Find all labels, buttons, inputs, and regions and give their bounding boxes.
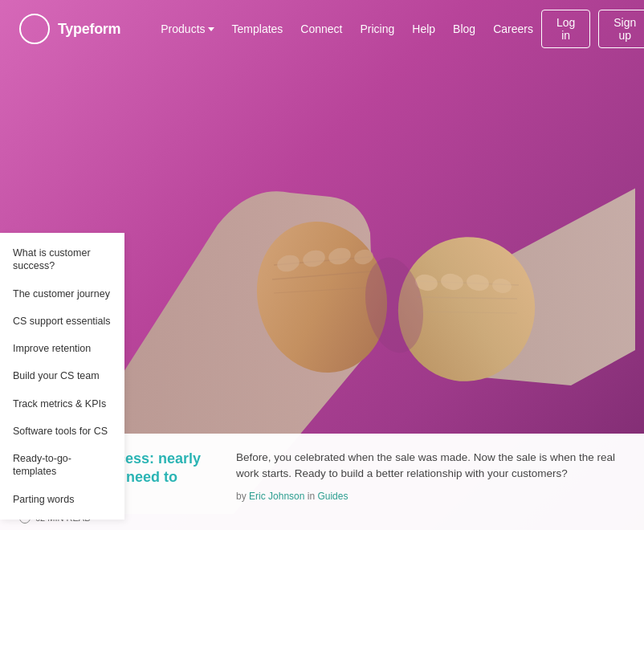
nav-products[interactable]: Products (153, 18, 222, 40)
nav-help[interactable]: Help (404, 18, 443, 40)
nav-templates[interactable]: Templates (224, 18, 291, 40)
toc-item[interactable]: Software tools for CS (0, 418, 124, 445)
nav-blog[interactable]: Blog (445, 18, 483, 40)
author-link[interactable]: Eric Johnson (249, 491, 304, 502)
hero-section: What is customer success? The customer j… (0, 0, 644, 530)
toc-item[interactable]: Ready-to-go-templates (0, 445, 124, 486)
toc-item[interactable]: CS support essentials (0, 308, 124, 335)
byline-in: in (308, 491, 315, 502)
nav-actions: Log in Sign up (541, 10, 644, 48)
nav-pricing[interactable]: Pricing (353, 18, 403, 40)
logo[interactable]: Typeform (19, 14, 120, 44)
toc-item[interactable]: Parting words (0, 486, 124, 513)
toc-item[interactable]: Improve retention (0, 335, 124, 362)
article-excerpt: Before, you celebrated when the sale was… (236, 450, 625, 483)
chevron-down-icon (208, 27, 214, 31)
byline-prefix: by (236, 491, 247, 502)
table-of-contents: What is customer success? The customer j… (0, 233, 124, 520)
article-byline: by Eric Johnson in Guides (236, 491, 625, 502)
toc-item[interactable]: Build your CS team (0, 362, 124, 389)
navbar: Typeform Products Templates Connect Pric… (0, 0, 644, 58)
toc-item[interactable]: Track metrics & KPIs (0, 390, 124, 418)
login-button[interactable]: Log in (541, 10, 590, 48)
nav-connect[interactable]: Connect (292, 18, 350, 40)
toc-item[interactable]: The customer journey (0, 280, 124, 308)
logo-circle (19, 14, 50, 44)
nav-links: Products Templates Connect Pricing Help … (153, 18, 541, 40)
toc-item[interactable]: What is customer success? (0, 239, 124, 280)
signup-button[interactable]: Sign up (598, 10, 644, 48)
category-link[interactable]: Guides (317, 491, 348, 502)
nav-careers[interactable]: Careers (485, 18, 541, 40)
article-excerpt-section: Before, you celebrated when the sale was… (236, 450, 625, 502)
logo-text: Typeform (58, 21, 120, 38)
